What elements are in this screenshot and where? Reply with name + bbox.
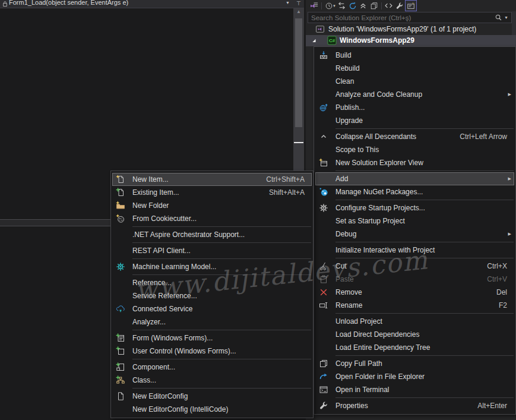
menu-item-label: Unload Project [335,317,514,326]
vs-window: Form1_Load(object sender, EventArgs e) ▼… [0,0,516,420]
menu-item-new-editorconfig-intellicode[interactable]: New EditorConfig (IntelliCode) [112,403,312,416]
menu-item-label: Connected Service [132,305,312,313]
menu-item-label: Existing Item... [132,188,269,197]
menu-separator [132,388,311,389]
menu-item-label: Copy Full Path [335,359,514,368]
menu-item-new-solution-explorer-view[interactable]: New Solution Explorer View [315,156,514,169]
wrench-icon[interactable] [394,1,405,11]
gear-icon [319,203,328,213]
menu-item-rename[interactable]: RenameF2 [315,299,514,312]
menu-item-paste[interactable]: PasteCtrl+V [315,273,514,286]
cookiecutter-icon [116,214,125,223]
menu-item-new-item[interactable]: New Item...Ctrl+Shift+A [112,173,312,186]
menu-item-rest-api-client[interactable]: REST API Client... [112,244,312,257]
menu-item-publish[interactable]: Publish... [315,101,514,114]
menu-item-analyze-and-code-cleanup[interactable]: Analyze and Code Cleanup▶ [315,88,514,101]
terminal-icon [319,385,328,394]
chevron-down-icon[interactable]: ▼ [286,1,290,5]
no-icon [319,330,328,339]
menu-separator [132,359,311,359]
menu-item-component[interactable]: Component... [112,361,312,374]
menu-item-manage-nuget-packages[interactable]: Manage NuGet Packages... [315,185,514,198]
menu-separator [335,170,514,171]
menu-item-add[interactable]: Add▶ [315,172,514,185]
menu-item-from-cookiecutter[interactable]: From Cookiecutter... [112,212,312,225]
menu-item-existing-item[interactable]: Existing Item...Shift+Alt+A [112,186,312,199]
no-icon [319,64,328,73]
menu-item-connected-service[interactable]: Connected Service [112,302,312,315]
search-icon[interactable] [495,14,502,21]
menu-item-form-windows-forms[interactable]: Form (Windows Forms)... [112,331,312,345]
menu-item-user-control-windows-forms[interactable]: User Control (Windows Forms)... [112,345,312,358]
menu-item-new-folder[interactable]: New Folder [112,199,312,212]
expand-arrow-icon[interactable] [311,37,318,45]
publish-globe-icon [319,103,328,112]
menu-item-label: Load Direct Dependencies [335,330,514,339]
view-code-icon[interactable] [384,1,394,11]
menu-item-analyzer[interactable]: Analyzer... [112,315,312,329]
menu-item-open-folder-in-file-explorer[interactable]: Open Folder in File Explorer [315,370,514,383]
existing-item-icon [116,188,125,197]
solution-explorer-search-box[interactable]: ▼ [308,12,512,23]
menu-separator [335,258,514,258]
editor-navigation-bar[interactable]: Form1_Load(object sender, EventArgs e) ▼ [0,0,293,8]
menu-item-label: Set as Startup Project [335,217,514,225]
menu-item-properties[interactable]: PropertiesAlt+Enter [315,399,514,412]
menu-separator [335,313,514,314]
filter-dropdown-icon[interactable]: ▼ [333,4,336,8]
collapse-chevron-icon [319,132,328,141]
menu-item-label: Collapse All Descendants [335,132,460,141]
new-folder-icon [116,201,125,210]
menu-item-initialize-interactive-with-project[interactable]: Initialize Interactive with Project [315,244,514,257]
new-item-icon [116,175,125,184]
menu-item-load-entire-dependency-tree[interactable]: Load Entire Dependency Tree [315,341,514,354]
tree-row-project[interactable]: C# WindowsFormsApp29 [306,35,516,46]
menu-item-remove[interactable]: RemoveDel [315,286,514,299]
menu-item-label: Component... [132,363,312,371]
caret-position-marker [294,142,303,143]
menu-item-set-as-startup-project[interactable]: Set as Startup Project [315,214,514,228]
menu-item-net-aspire-orchestrator-support[interactable]: .NET Aspire Orchestrator Support... [112,228,312,241]
refresh-icon[interactable] [347,1,358,11]
menu-item-label: Initialize Interactive with Project [335,246,514,254]
menu-item-new-editorconfig[interactable]: New EditorConfig [112,390,312,403]
search-options-dropdown-icon[interactable]: ▼ [504,15,508,20]
menu-item-service-reference[interactable]: Service Reference... [112,289,312,302]
menu-item-class[interactable]: Class... [112,374,312,387]
menu-item-clean[interactable]: Clean [315,75,514,88]
menu-item-unload-project[interactable]: Unload Project [315,315,514,328]
menu-item-label: REST API Client... [132,247,312,255]
add-submenu: New Item...Ctrl+Shift+AExisting Item...S… [110,170,314,418]
menu-item-upgrade[interactable]: Upgrade [315,114,514,127]
menu-item-debug[interactable]: Debug▶ [315,228,514,241]
tree-row-solution[interactable]: Solution 'WindowsFormsApp29' (1 of 1 pro… [306,24,516,35]
menu-item-collapse-all-descendants[interactable]: Collapse All DescendantsCtrl+Left Arrow [315,130,514,143]
project-context-menu: BuildRebuildCleanAnalyze and Code Cleanu… [314,46,516,415]
scrollbar-splitter-handle[interactable]: ⊤ [293,0,304,8]
menu-item-open-in-terminal[interactable]: Open in Terminal [315,383,514,396]
menu-separator [335,355,514,356]
scrollbar-thumb[interactable] [295,18,302,127]
menu-item-cut[interactable]: CutCtrl+X [315,260,514,273]
menu-item-configure-startup-projects[interactable]: Configure Startup Projects... [315,201,514,214]
form-icon [116,333,125,343]
search-input[interactable] [308,14,495,21]
menu-item-machine-learning-model[interactable]: Machine Learning Model... [112,260,312,273]
preview-icon[interactable] [369,1,379,11]
menu-item-load-direct-dependencies[interactable]: Load Direct Dependencies [315,328,514,341]
menu-item-label: New Folder [132,201,312,210]
menu-item-scope-to-this[interactable]: Scope to This [315,143,514,156]
scroll-up-arrow-icon[interactable]: ▲ [293,9,304,14]
solution-explorer-home-icon[interactable] [309,1,319,11]
menu-item-rebuild[interactable]: Rebuild [315,62,514,75]
no-icon [116,317,125,327]
collapse-all-icon[interactable] [358,1,369,11]
component-icon [116,362,125,372]
swap-arrows-icon[interactable] [337,1,347,11]
menu-item-reference[interactable]: Reference... [112,276,312,289]
menu-item-copy-full-path[interactable]: Copy Full Path [315,357,514,370]
menu-item-shortcut: F2 [499,301,507,310]
lock-icon [1,0,9,8]
menu-item-build[interactable]: Build [315,49,514,62]
properties-panel-icon[interactable] [405,0,417,11]
